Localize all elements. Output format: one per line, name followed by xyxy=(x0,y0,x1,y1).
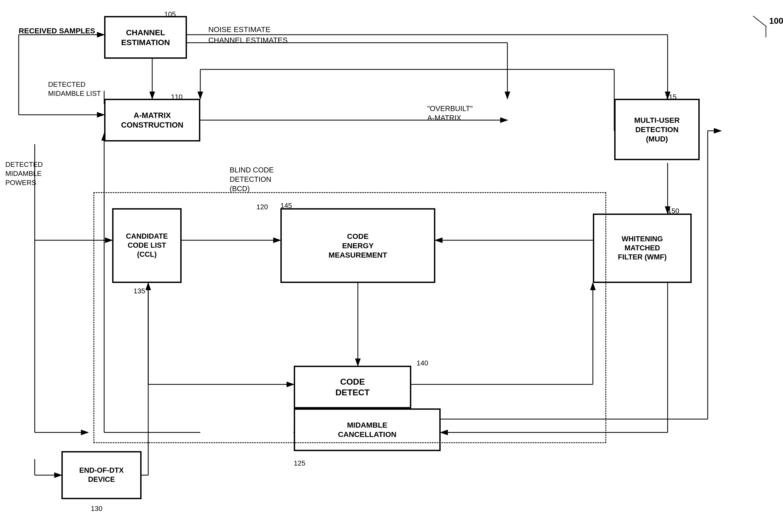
channel-estimation-block: CHANNELESTIMATION xyxy=(104,16,187,59)
wmf-block: WHITENINGMATCHEDFILTER (WMF) xyxy=(593,213,692,283)
mud-block: MULTI-USERDETECTION(MUD) xyxy=(614,99,700,160)
ref-115: 115 xyxy=(665,93,677,101)
a-matrix-label: A-MATRIXCONSTRUCTION xyxy=(121,110,184,130)
ref-100: 100 xyxy=(769,16,783,26)
overbuilt-a-matrix-label: "OVERBUILT"A-MATRIX xyxy=(427,104,473,123)
noise-estimate-label: NOISE ESTIMATE xyxy=(208,25,271,34)
received-samples-label: RECEIVED SAMPLES xyxy=(19,27,95,35)
detected-midamble-list-label: DETECTEDMIDAMBLE LIST xyxy=(48,80,101,98)
ref-105: 105 xyxy=(164,10,176,19)
channel-estimation-label: CHANNELESTIMATION xyxy=(121,28,170,47)
end-of-dtx-block: END-OF-DTXDEVICE xyxy=(61,451,142,499)
svg-line-2 xyxy=(753,16,766,27)
ref-150: 150 xyxy=(668,207,679,215)
ref-125: 125 xyxy=(294,459,305,467)
bcd-dashed-box xyxy=(93,192,606,443)
a-matrix-block: A-MATRIXCONSTRUCTION xyxy=(104,99,200,141)
detected-midamble-powers-label: DETECTEDMIDAMBLEPOWERS xyxy=(5,160,35,187)
end-of-dtx-label: END-OF-DTXDEVICE xyxy=(79,466,124,484)
wmf-label: WHITENINGMATCHEDFILTER (WMF) xyxy=(618,235,666,262)
ref-110: 110 xyxy=(171,93,182,101)
channel-estimates-label: CHANNEL ESTIMATES xyxy=(208,36,288,44)
mud-label: MULTI-USERDETECTION(MUD) xyxy=(634,115,680,144)
overbuilt-text: "OVERBUILT"A-MATRIX xyxy=(427,105,473,122)
detected-midamble-list-text: DETECTEDMIDAMBLE LIST xyxy=(48,80,101,97)
diagram: CHANNELESTIMATION 105 A-MATRIXCONSTRUCTI… xyxy=(0,0,783,532)
ref-130: 130 xyxy=(91,504,102,513)
bcd-label: BLIND CODEDETECTION(BCD) xyxy=(230,166,274,194)
bcd-text: BLIND CODEDETECTION(BCD) xyxy=(230,166,274,193)
